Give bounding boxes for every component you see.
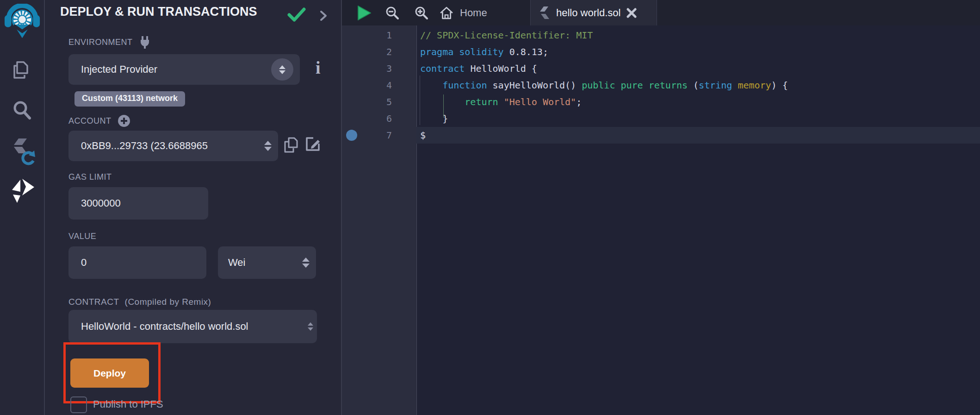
contract-select[interactable]: HelloWorld - contracts/hello world.sol [68, 310, 317, 343]
code-line-2[interactable]: 2pragma solidity 0.8.13; [342, 44, 980, 60]
copy-account-icon[interactable] [283, 136, 299, 156]
code-text[interactable]: return "Hello World"; [416, 94, 980, 110]
run-script-play-icon[interactable] [356, 5, 372, 23]
gutter-cell[interactable]: 7 [342, 127, 416, 144]
code-text[interactable]: pragma solidity 0.8.13; [416, 44, 980, 60]
account-select[interactable]: 0xBB9...29733 (23.6688965 [68, 131, 278, 161]
code-line-3[interactable]: 3contract HelloWorld { [342, 60, 980, 77]
compiled-check-icon [287, 7, 306, 24]
code-text[interactable]: $ [416, 127, 980, 144]
publish-ipfs-label[interactable]: Publish to IPFS [93, 398, 163, 410]
value-unit: Wei [218, 257, 246, 269]
code-line-5[interactable]: 5 return "Hello World"; [342, 94, 980, 110]
line-number: 6 [386, 113, 392, 124]
tab-home-label: Home [460, 7, 487, 19]
code-text[interactable]: contract HelloWorld { [416, 60, 980, 77]
active-indent-guide [443, 94, 444, 118]
code-line-7[interactable]: 7$ [342, 127, 980, 144]
code-editor: Home hello world.sol 1// SPDX-License-Id… [342, 0, 980, 415]
close-tab-icon[interactable] [626, 8, 637, 18]
indent-guide [420, 75, 420, 125]
activity-bar [0, 0, 45, 415]
panel-expand-chevron-icon[interactable] [319, 9, 328, 24]
gutter-cell[interactable]: 6 [342, 110, 416, 127]
network-badge: Custom (43113) network [74, 91, 185, 107]
gas-limit-value: 3000000 [68, 197, 121, 209]
tab-file-label: hello world.sol [556, 7, 620, 19]
account-value: 0xBB9...29733 (23.6688965 [68, 140, 228, 152]
environment-select[interactable]: Injected Provider [68, 54, 300, 85]
deploy-run-panel: DEPLOY & RUN TRANSACTIONS ENVIRONMENT In… [45, 0, 342, 415]
contract-value: HelloWorld - contracts/hello world.sol [68, 321, 262, 333]
code-line-1[interactable]: 1// SPDX-License-Identifier: MIT [342, 27, 980, 44]
zoom-out-icon[interactable] [385, 6, 400, 23]
deploy-button[interactable]: Deploy [70, 358, 149, 388]
plug-icon [138, 35, 151, 49]
zoom-in-icon[interactable] [414, 6, 429, 23]
value-input[interactable]: 0 [68, 246, 206, 279]
gas-limit-input[interactable]: 3000000 [68, 187, 208, 220]
line-number: 5 [386, 96, 392, 107]
gutter-cell[interactable]: 4 [342, 77, 416, 94]
line-number: 7 [386, 130, 392, 141]
select-caret-icon [264, 141, 272, 151]
select-caret-icon [271, 58, 293, 81]
code-text[interactable]: function sayHelloWorld() public pure ret… [416, 77, 980, 94]
remix-ide-window: DEPLOY & RUN TRANSACTIONS ENVIRONMENT In… [0, 0, 980, 415]
value-unit-select[interactable]: Wei [218, 246, 316, 279]
code-text[interactable]: } [416, 110, 980, 127]
editor-tabbar: Home hello world.sol [342, 0, 980, 25]
account-label: ACCOUNT [68, 114, 131, 128]
gutter-cell[interactable]: 1 [342, 27, 416, 44]
search-icon[interactable] [0, 99, 44, 122]
tab-home[interactable]: Home [440, 0, 487, 25]
environment-value: Injected Provider [68, 63, 157, 75]
line-number: 1 [386, 30, 392, 41]
file-explorer-icon[interactable] [0, 58, 44, 82]
line-number: 3 [386, 63, 392, 74]
value-amount: 0 [68, 257, 87, 269]
publish-ipfs-checkbox[interactable] [70, 396, 87, 413]
contract-sublabel: (Compiled by Remix) [125, 297, 211, 307]
edit-account-icon[interactable] [305, 136, 322, 155]
solidity-file-icon [539, 6, 550, 20]
line-number: 2 [386, 46, 392, 57]
code-line-6[interactable]: 6 } [342, 110, 980, 127]
value-label: VALUE [68, 232, 96, 241]
gutter-cell[interactable]: 3 [342, 60, 416, 77]
line-number: 4 [386, 80, 392, 91]
select-caret-icon [308, 322, 313, 331]
remix-logo-icon[interactable] [0, 4, 44, 42]
gas-limit-label: GAS LIMIT [68, 172, 112, 182]
environment-info-icon[interactable]: i [316, 57, 321, 78]
environment-label: ENVIRONMENT [68, 35, 151, 49]
gutter-cell[interactable]: 5 [342, 94, 416, 110]
contract-label: CONTRACT (Compiled by Remix) [68, 297, 211, 307]
tab-hello-world-sol[interactable]: hello world.sol [530, 0, 657, 25]
solidity-compiler-icon[interactable] [0, 137, 44, 165]
gutter-cell[interactable]: 2 [342, 44, 416, 60]
remix-logo [3, 4, 41, 42]
breakpoint-dot[interactable] [346, 130, 357, 141]
code-line-4[interactable]: 4 function sayHelloWorld() public pure r… [342, 77, 980, 94]
code-text[interactable]: // SPDX-License-Identifier: MIT [416, 27, 980, 44]
code-lines: 1// SPDX-License-Identifier: MIT2pragma … [342, 27, 980, 144]
panel-title: DEPLOY & RUN TRANSACTIONS [60, 5, 257, 19]
deploy-and-run-icon[interactable] [0, 177, 44, 204]
select-caret-icon [302, 258, 310, 268]
home-icon [440, 6, 453, 20]
add-account-icon[interactable] [117, 114, 131, 128]
